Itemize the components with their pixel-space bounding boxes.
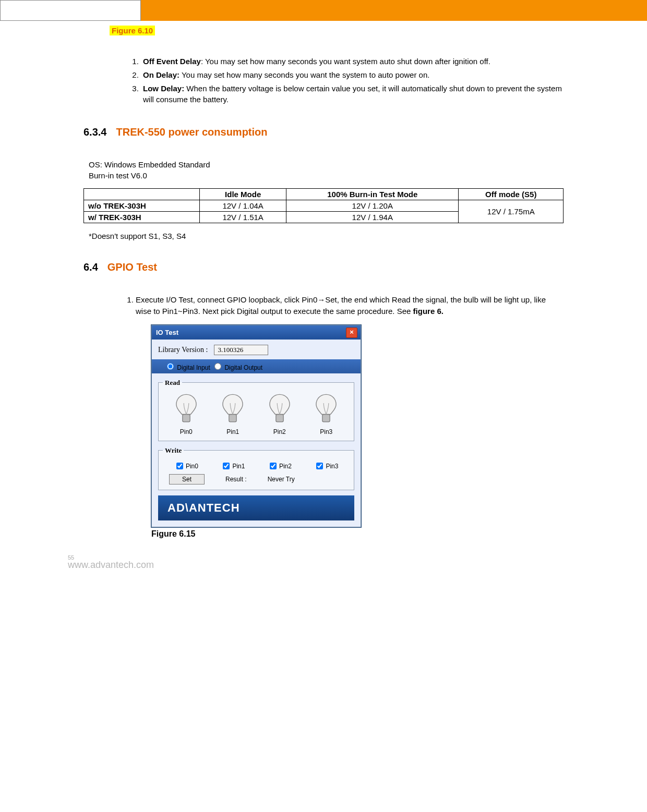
top-white-block xyxy=(0,0,141,21)
dialog-body: Library Version : 3.100326 Digital Input… xyxy=(152,340,361,527)
term: Low Delay: xyxy=(143,84,184,93)
advantech-logo: AD\ANTECH xyxy=(167,501,240,515)
chk-label: Pin0 xyxy=(186,463,198,470)
result-value: Never Try xyxy=(268,476,295,483)
bulb-pin3: Pin3 xyxy=(308,393,344,435)
burnin-line: Burn-in test V6.0 xyxy=(89,170,564,181)
page-content: Figure 6.10 Off Event Delay: You may set… xyxy=(0,21,647,539)
top-orange-bar xyxy=(0,0,647,21)
row-label: w/ TREK-303H xyxy=(84,212,200,223)
bulb-icon xyxy=(314,393,339,427)
io-test-screenshot: IO Test × Library Version : 3.100326 Dig… xyxy=(151,325,564,539)
table-row: w/o TREK-303H 12V / 1.04A 12V / 1.20A 12… xyxy=(84,200,564,212)
write-group: Write Pin0 Pin1 Pin2 Pin3 Set Result : N… xyxy=(158,446,354,490)
pin-label: Pin2 xyxy=(261,428,298,435)
write-legend: Write xyxy=(163,446,184,455)
page-number: 55 xyxy=(68,554,647,561)
term-desc: You may set how many seconds you want th… xyxy=(179,70,429,79)
digital-input-radio-input[interactable] xyxy=(167,363,174,370)
def-off-event-delay: Off Event Delay: You may set how many se… xyxy=(141,56,564,67)
section-number: 6.3.4 xyxy=(83,126,106,138)
term-desc: When the battery voltage is below certai… xyxy=(143,84,562,104)
pin-label: Pin1 xyxy=(214,428,251,435)
cell-burn: 12V / 1.20A xyxy=(286,200,459,212)
chk-label: Pin2 xyxy=(279,463,292,470)
th-blank xyxy=(84,189,200,200)
cell-idle: 12V / 1.51A xyxy=(200,212,286,223)
figure-6-10-label: Figure 6.10 xyxy=(110,26,155,35)
section-6-3-4-heading: 6.3.4TREK-550 power consumption xyxy=(83,126,564,138)
term: On Delay: xyxy=(143,70,179,79)
th-idle: Idle Mode xyxy=(200,189,286,200)
library-version-value: 3.100326 xyxy=(214,345,268,355)
write-pin1-checkbox[interactable] xyxy=(223,463,230,469)
def-on-delay: On Delay: You may set how many seconds y… xyxy=(141,69,564,81)
gpio-step-1: Execute I/O Test, connect GPIO loopback,… xyxy=(136,294,564,317)
write-pin2-checkbox[interactable] xyxy=(270,463,277,469)
read-group: Read Pin0 Pin1 xyxy=(158,379,354,441)
term: Off Event Delay xyxy=(143,57,201,66)
svg-rect-3 xyxy=(322,414,330,421)
cell-burn: 12V / 1.94A xyxy=(286,212,459,223)
bulb-pin1: Pin1 xyxy=(214,393,251,435)
read-legend: Read xyxy=(163,379,182,387)
page-footer: 55 www.advantech.com xyxy=(0,554,647,571)
result-label: Result : xyxy=(225,476,247,483)
library-version-label: Library Version : xyxy=(158,346,208,354)
io-test-dialog: IO Test × Library Version : 3.100326 Dig… xyxy=(151,325,361,527)
pin-label: Pin3 xyxy=(308,428,344,435)
th-off: Off mode (S5) xyxy=(459,189,564,200)
row-label: w/o TREK-303H xyxy=(84,200,200,212)
digital-input-radio[interactable]: Digital Input xyxy=(164,364,210,371)
chk-label: Pin3 xyxy=(326,463,338,470)
pin-label: Pin0 xyxy=(168,428,205,435)
write-pin2[interactable]: Pin2 xyxy=(268,461,292,471)
section-number: 6.4 xyxy=(83,261,98,273)
advantech-brand-band: AD\ANTECH xyxy=(158,495,354,520)
power-consumption-table: Idle Mode 100% Burn-in Test Mode Off mod… xyxy=(83,188,564,223)
gpio-steps: Execute I/O Test, connect GPIO loopback,… xyxy=(83,294,564,317)
os-info: OS: Windows Embedded Standard Burn-in te… xyxy=(89,159,564,181)
cell-idle: 12V / 1.04A xyxy=(200,200,286,212)
svg-rect-2 xyxy=(276,414,283,421)
th-burn: 100% Burn-in Test Mode xyxy=(286,189,459,200)
write-pin3-checkbox[interactable] xyxy=(316,463,323,469)
bulb-pin2: Pin2 xyxy=(261,393,298,435)
dialog-titlebar[interactable]: IO Test × xyxy=(152,325,361,340)
close-icon[interactable]: × xyxy=(346,328,357,338)
library-version-row: Library Version : 3.100326 xyxy=(158,345,354,355)
digital-output-radio[interactable]: Digital Output xyxy=(212,364,262,371)
radio-label: Digital Output xyxy=(224,364,262,371)
bulb-icon xyxy=(174,393,199,427)
step-text: Execute I/O Test, connect GPIO loopback,… xyxy=(136,295,546,316)
section-title: TREK-550 power consumption xyxy=(116,126,267,138)
bulb-row: Pin0 Pin1 Pin2 xyxy=(163,391,350,435)
figure-6-15-caption: Figure 6.15 xyxy=(151,529,564,539)
bulb-icon xyxy=(220,393,245,427)
svg-rect-0 xyxy=(183,414,190,421)
svg-rect-1 xyxy=(229,414,236,421)
dialog-title: IO Test xyxy=(156,329,178,336)
def-low-delay: Low Delay: When the battery voltage is b… xyxy=(141,83,564,106)
definitions-list: Off Event Delay: You may set how many se… xyxy=(83,56,564,105)
section-6-4-heading: 6.4GPIO Test xyxy=(83,261,564,273)
chk-label: Pin1 xyxy=(232,463,245,470)
support-note: *Doesn't support S1, S3, S4 xyxy=(89,232,564,240)
table-header-row: Idle Mode 100% Burn-in Test Mode Off mod… xyxy=(84,189,564,200)
radio-label: Digital Input xyxy=(177,364,210,371)
write-pin0[interactable]: Pin0 xyxy=(174,461,198,471)
bulb-pin0: Pin0 xyxy=(168,393,205,435)
os-line: OS: Windows Embedded Standard xyxy=(89,159,564,170)
write-checkbox-row: Pin0 Pin1 Pin2 Pin3 xyxy=(163,459,350,474)
write-pin3[interactable]: Pin3 xyxy=(314,461,338,471)
cell-off-merged: 12V / 1.75mA xyxy=(459,200,564,223)
mode-radio-row: Digital Input Digital Output xyxy=(152,359,361,373)
step-figure-ref: figure 6. xyxy=(413,307,444,316)
footer-url: www.advantech.com xyxy=(68,560,154,570)
write-pin0-checkbox[interactable] xyxy=(176,463,183,469)
bulb-icon xyxy=(267,393,292,427)
write-pin1[interactable]: Pin1 xyxy=(221,461,245,471)
digital-output-radio-input[interactable] xyxy=(214,363,221,370)
set-button[interactable]: Set xyxy=(169,474,205,484)
set-row: Set Result : Never Try xyxy=(163,474,350,484)
